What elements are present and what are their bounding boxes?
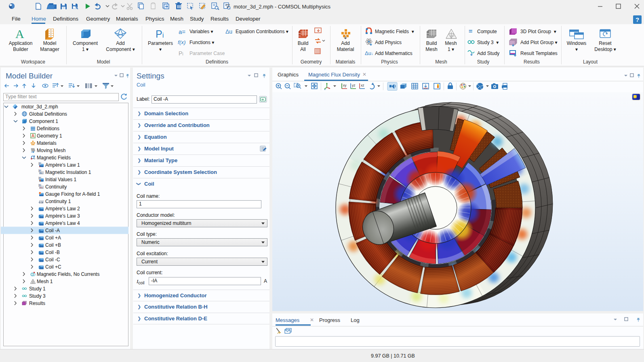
svg-text:yz: yz [352, 83, 356, 87]
svg-text:xz: xz [361, 83, 364, 87]
svg-text:xy: xy [343, 83, 347, 87]
